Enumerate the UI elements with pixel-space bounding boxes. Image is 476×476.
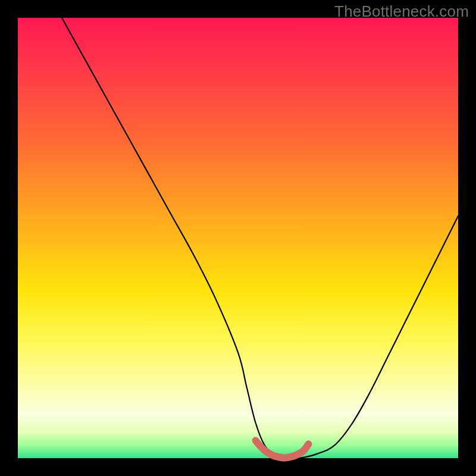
curve-svg	[18, 18, 458, 458]
chart-frame: TheBottleneck.com	[0, 0, 476, 476]
main-curve	[62, 18, 458, 459]
plot-area	[18, 18, 458, 458]
